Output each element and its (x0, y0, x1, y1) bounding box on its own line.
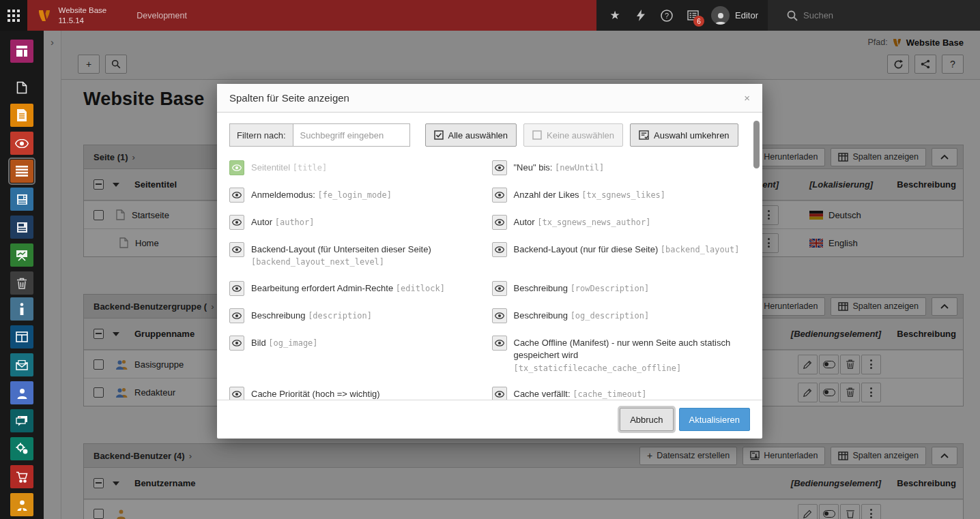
page-icon (16, 81, 27, 94)
column-option[interactable]: Cache Offline (Manifest) - nur wenn Seit… (492, 336, 745, 374)
grid-icon (8, 10, 20, 22)
column-option[interactable]: Cache verfällt: [cache_timeout] (492, 387, 745, 400)
module-page[interactable] (10, 76, 33, 99)
person-icon (16, 387, 28, 399)
eye-icon (232, 312, 242, 319)
column-option[interactable]: Cache Priorität (hoch => wichtig)[tx_sta… (229, 387, 482, 400)
module-records[interactable] (10, 216, 33, 239)
module-pagecontent[interactable] (10, 104, 33, 127)
module-settings[interactable] (10, 437, 33, 460)
gears-icon (16, 443, 29, 455)
topbar-search[interactable]: Suchen (768, 0, 980, 31)
eye-toggle[interactable] (492, 387, 507, 400)
module-forms[interactable] (10, 325, 33, 349)
info-icon (19, 303, 25, 315)
update-button[interactable]: Aktualisieren (679, 408, 750, 431)
eye-toggle[interactable] (492, 215, 507, 230)
admin-person-icon (16, 499, 28, 511)
eye-toggle[interactable] (229, 188, 244, 203)
app-title: Website Base 11.5.14 (59, 5, 107, 25)
column-option[interactable]: Autor [author] (229, 215, 482, 230)
help-button[interactable]: ? (654, 0, 680, 31)
column-option[interactable]: Anzahl der Likes [tx_sgnews_likes] (492, 188, 745, 203)
context-label: Development (136, 11, 187, 20)
column-option[interactable]: Beschreibung [og_description] (492, 308, 745, 323)
eye-icon (232, 246, 242, 253)
module-news[interactable] (10, 188, 33, 211)
username-label[interactable]: Editor (735, 10, 758, 20)
column-option[interactable]: Autor [tx_sgnews_news_author] (492, 215, 745, 230)
modal-scrollbar-thumb[interactable] (753, 121, 760, 168)
eye-toggle[interactable] (229, 387, 244, 400)
module-beusers[interactable] (10, 381, 33, 404)
checkbox-checked-icon (434, 130, 444, 140)
column-option[interactable]: Anmeldemodus: [fe_login_mode] (229, 188, 482, 203)
help-circle-icon: ? (661, 10, 673, 22)
column-option[interactable]: Bild [og_image] (229, 336, 482, 374)
document-lines-icon (16, 109, 27, 121)
eye-toggle[interactable] (229, 242, 244, 257)
module-dashboard[interactable] (10, 40, 33, 63)
comments-icon (16, 415, 28, 426)
invert-list-icon (639, 130, 649, 140)
eye-toggle[interactable] (492, 336, 507, 351)
select-none-button[interactable]: Keine auswählen (523, 123, 623, 147)
eye-icon (495, 285, 504, 292)
close-icon[interactable]: × (744, 92, 750, 104)
clear-cache-button[interactable] (628, 0, 654, 31)
module-shop[interactable] (10, 465, 33, 488)
bookmark-button[interactable]: ★ (602, 0, 628, 31)
column-option[interactable]: Seitentitel [title] (229, 160, 482, 175)
module-comments[interactable] (10, 409, 33, 432)
column-option[interactable]: Beschreibung [description] (229, 308, 482, 323)
cancel-button[interactable]: Abbruch (620, 408, 673, 431)
module-recycler[interactable] (10, 271, 33, 295)
trash-icon (17, 278, 27, 289)
eye-icon (495, 246, 504, 253)
column-option[interactable]: "Neu" bis: [newUntil] (492, 160, 745, 175)
notification-badge: 6 (693, 16, 704, 27)
eye-toggle[interactable] (492, 308, 507, 323)
column-option[interactable]: Bearbeitung erfordert Admin-Rechte [edit… (229, 281, 482, 296)
app-name: Website Base (59, 5, 107, 15)
eye-icon (232, 164, 242, 171)
eye-toggle[interactable] (492, 242, 507, 257)
brand-area[interactable]: Website Base 11.5.14 Development (27, 0, 597, 31)
systeminfo-button[interactable]: 6 (680, 0, 706, 31)
column-option[interactable]: Backend-Layout (für Unterseiten dieser S… (229, 242, 482, 269)
eye-toggle[interactable] (229, 215, 244, 230)
eye-toggle[interactable] (229, 336, 244, 351)
avatar[interactable] (711, 6, 730, 25)
eye-toggle[interactable] (229, 281, 244, 296)
eye-icon (495, 312, 504, 319)
columns-modal: Spalten für Seite anzeigen × Filtern nac… (217, 84, 762, 439)
checkbox-empty-icon (532, 130, 542, 140)
eye-toggle[interactable] (492, 281, 507, 296)
invert-selection-button[interactable]: Auswahl umkehren (630, 123, 738, 147)
column-option[interactable]: Backend-Layout (nur für diese Seite) [ba… (492, 242, 745, 269)
column-option[interactable]: Beschreibung [rowDescription] (492, 281, 745, 296)
module-newsletter[interactable] (10, 353, 33, 376)
dashboard-icon (16, 45, 28, 57)
modal-toolbar: Filtern nach: Alle auswählen Keine auswä… (217, 113, 762, 155)
module-info[interactable] (10, 297, 33, 321)
app-grid-button[interactable] (0, 0, 27, 31)
module-list[interactable] (10, 160, 33, 183)
select-all-button[interactable]: Alle auswählen (425, 123, 517, 147)
module-reports[interactable] (10, 243, 33, 267)
eye-icon (495, 164, 504, 171)
list-icon (16, 166, 28, 177)
eye-toggle[interactable] (492, 160, 507, 175)
eye-icon (232, 340, 242, 346)
eye-toggle[interactable] (492, 188, 507, 203)
filter-input[interactable] (293, 123, 410, 147)
eye-toggle-active[interactable] (229, 160, 244, 175)
chart-board-icon (16, 250, 28, 261)
eye-icon (15, 139, 29, 148)
eye-toggle[interactable] (229, 308, 244, 323)
module-view[interactable] (10, 132, 33, 155)
column-option-list: Seitentitel [title] "Neu" bis: [newUntil… (217, 155, 762, 400)
cart-icon (16, 471, 28, 483)
module-useradmin[interactable] (10, 493, 33, 516)
star-icon: ★ (609, 8, 620, 23)
